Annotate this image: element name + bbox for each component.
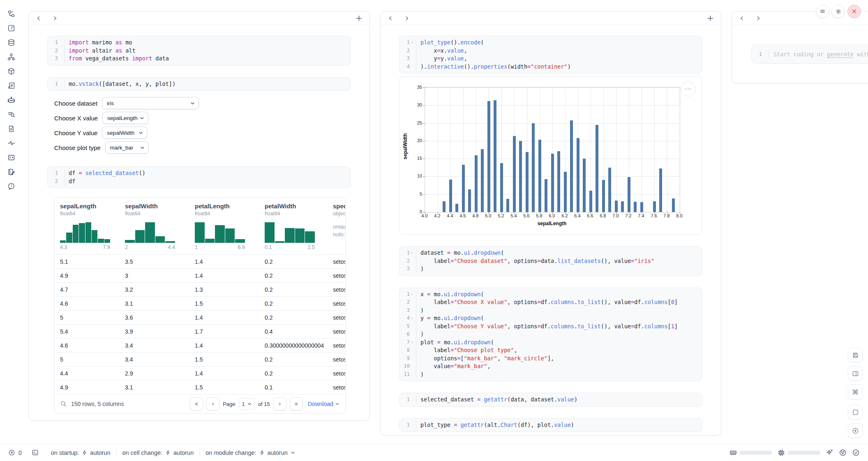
error-indicator[interactable]: [8, 449, 15, 456]
side-tools-group-1: ⌘: [848, 348, 863, 399]
chart-bar: [564, 172, 567, 212]
generate-link[interactable]: generate: [827, 51, 854, 58]
control-label: Choose X value: [54, 115, 98, 122]
feedback-button[interactable]: [839, 449, 847, 456]
column-histogram: [195, 222, 245, 243]
fold-chevron-icon[interactable]: ▾: [410, 39, 414, 47]
fold-chevron-icon[interactable]: ▾: [410, 314, 414, 323]
package-icon[interactable]: [7, 67, 16, 75]
activity-icon[interactable]: [7, 139, 16, 147]
add-cell-button[interactable]: [707, 15, 713, 21]
chart-menu-button[interactable]: [681, 81, 696, 97]
line-number: 2: [399, 257, 416, 265]
line-number: 3: [399, 307, 416, 315]
on-startup-setting[interactable]: on startup: autorun: [51, 449, 111, 456]
chatbot-icon[interactable]: [7, 96, 16, 104]
chevron-left-icon[interactable]: [739, 16, 745, 21]
column-stats: unique:nulls:: [333, 223, 345, 239]
chevron-right-icon[interactable]: [52, 16, 58, 21]
choose-dataset-select[interactable]: iris: [102, 97, 199, 109]
table-cell: 0.2: [259, 272, 328, 279]
table-row: 4.63.41.40.30000000000000004setosa: [55, 338, 345, 352]
chevron-right-icon[interactable]: [755, 16, 761, 21]
help-icon[interactable]: ?: [7, 182, 16, 190]
chart-bar: [583, 159, 586, 212]
save-button[interactable]: [848, 348, 863, 362]
column-header-sepalWidth[interactable]: sepalWidthfloat6424.4: [120, 198, 189, 254]
search-list-icon[interactable]: [7, 111, 16, 118]
fold-chevron-icon[interactable]: ▾: [410, 290, 414, 299]
notebook-edit-icon[interactable]: [7, 168, 16, 176]
search-icon[interactable]: [60, 401, 67, 407]
code-editor[interactable]: 1import marimo as mo2import altair as al…: [47, 36, 351, 66]
code-editor[interactable]: 1▾x = mo.ui.dropdown(2 label="Choose X v…: [399, 288, 702, 382]
table-cell: setosa: [328, 286, 345, 293]
database-icon[interactable]: [7, 39, 16, 46]
control-label: Choose Y value: [54, 129, 97, 136]
x-tick-label: 5.6: [523, 213, 529, 218]
file-tree-icon[interactable]: [7, 10, 16, 18]
choose-x-value-select[interactable]: sepalLength: [102, 112, 148, 124]
code-editor[interactable]: 1mo.vstack([dataset, x, y, plot]): [47, 77, 351, 91]
table-cell: 5: [55, 356, 120, 363]
menu-button[interactable]: [816, 5, 829, 18]
column-histogram: [265, 222, 315, 243]
on-module-change-setting[interactable]: on module change: autorun: [205, 449, 295, 456]
function-icon[interactable]: f: [7, 24, 16, 32]
line-number: 2: [48, 47, 65, 55]
column-header-species[interactable]: speciesobjectunique:nulls:: [328, 198, 345, 254]
code-editor[interactable]: 1selected_dataset = getattr(data, datase…: [399, 393, 702, 407]
cell-dataframe: 1df = selected_dataset()2df sepalLengthf…: [47, 166, 351, 414]
command-palette-button[interactable]: ⌘: [848, 385, 863, 399]
left-icon-rail: f ?: [0, 0, 22, 190]
terminal-button[interactable]: [32, 449, 39, 456]
script-icon[interactable]: [7, 82, 16, 90]
column-header-petalWidth[interactable]: petalWidthfloat640.12.5: [259, 198, 328, 254]
run-button[interactable]: [848, 423, 863, 438]
empty-cell-editor[interactable]: 1 Start coding or generate with AI: [751, 45, 868, 64]
add-cell-button[interactable]: [356, 15, 362, 21]
layout-grid-button[interactable]: [848, 366, 863, 381]
table-cell: setosa: [328, 342, 345, 349]
column-header-petalLength[interactable]: petalLengthfloat6416.9: [189, 198, 259, 254]
choose-y-value-select[interactable]: sepalWidth: [102, 127, 147, 139]
close-button[interactable]: [847, 5, 861, 18]
chart-bar: [526, 152, 529, 212]
fold-chevron-icon[interactable]: ▾: [410, 249, 414, 257]
x-tick-label: 6.6: [587, 213, 593, 218]
code-editor[interactable]: 1df = selected_dataset()2df: [47, 166, 351, 188]
chart-bar: [481, 149, 484, 212]
scratchpad-button[interactable]: [848, 405, 863, 420]
column-header-sepalLength[interactable]: sepalLengthfloat644.37.9: [55, 198, 120, 254]
choose-plot-type-select[interactable]: mark_bar: [105, 141, 149, 154]
table-row: 4.63.11.50.2setosa: [55, 296, 345, 310]
line-number: 1: [48, 80, 65, 88]
first-page-button[interactable]: «: [190, 397, 203, 410]
chevron-left-icon[interactable]: [388, 16, 393, 21]
x-tick-label: 4.6: [459, 213, 466, 218]
page-select[interactable]: 1: [239, 398, 255, 410]
previous-page-button[interactable]: ‹: [206, 397, 219, 410]
code-snippet-icon[interactable]: [7, 154, 16, 161]
code-editor[interactable]: 1▾dataset = mo.ui.dropdown(2 label="Choo…: [399, 246, 702, 276]
chevron-right-icon[interactable]: [404, 16, 409, 21]
line-number: 1: [399, 396, 416, 404]
ai-sparkle-button[interactable]: [826, 449, 833, 456]
chevron-left-icon[interactable]: [36, 16, 42, 21]
x-tick-label: 4.8: [472, 213, 478, 218]
code-editor[interactable]: 1plot_type = getattr(alt.Chart(df), plot…: [399, 418, 702, 432]
fold-chevron-icon[interactable]: ▾: [410, 339, 414, 347]
document-icon[interactable]: [7, 125, 16, 133]
settings-button[interactable]: [831, 5, 845, 18]
connection-status-button[interactable]: [852, 449, 860, 456]
table-row: 5.43.91.70.4setosa: [55, 324, 345, 338]
sitemap-icon[interactable]: [7, 53, 16, 61]
table-cell: 1.4: [189, 258, 259, 265]
code-editor[interactable]: 1▾plot_type().encode(2 x=x.value,3 y=y.v…: [399, 36, 702, 74]
download-button[interactable]: Download: [308, 401, 339, 407]
table-row: 4.73.21.30.2setosa: [55, 282, 345, 296]
line-number: 1: [48, 39, 65, 47]
next-page-button[interactable]: ›: [273, 397, 286, 410]
last-page-button[interactable]: »: [290, 397, 303, 410]
on-cell-change-setting[interactable]: on cell change: autorun: [122, 449, 194, 456]
